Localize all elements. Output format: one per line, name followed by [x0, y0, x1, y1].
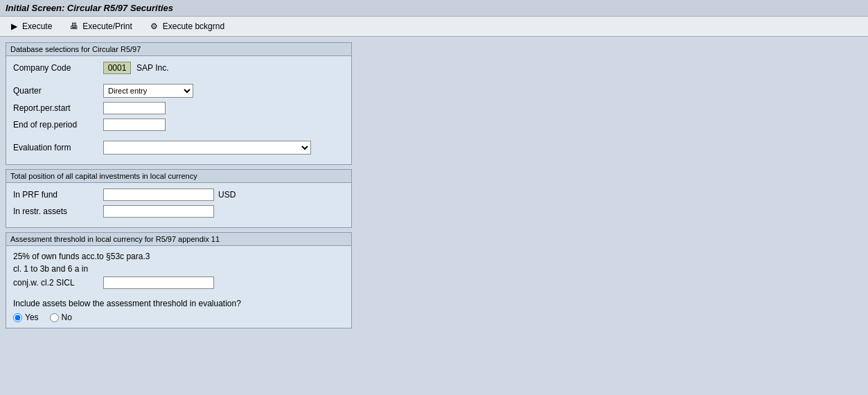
assessment-text1: 25% of own funds acc.to §53c para.3: [13, 252, 344, 261]
total-section-header: Total position of all capital investment…: [6, 170, 351, 183]
prf-fund-input[interactable]: [103, 188, 214, 201]
execute-bckgrnd-label: Execute bckgrnd: [163, 21, 224, 31]
eval-form-label: Evaluation form: [13, 143, 103, 152]
report-start-label: Report.per.start: [13, 103, 103, 113]
company-code-value: 0001: [103, 62, 131, 74]
eval-form-select[interactable]: [103, 141, 311, 155]
main-content: Database selections for Circular R5/97 C…: [0, 37, 868, 338]
prf-currency: USD: [218, 190, 236, 200]
execute-print-label: Execute/Print: [82, 21, 132, 31]
report-start-row: Report.per.start: [13, 102, 344, 114]
conj-label: conj.w. cl.2 SICL: [13, 278, 103, 288]
conj-row: conj.w. cl.2 SICL: [13, 276, 344, 289]
execute-label: Execute: [22, 21, 52, 31]
assessment-text2: cl. 1 to 3b and 6 a in: [13, 264, 344, 274]
execute-icon: ▶: [8, 21, 19, 32]
restr-assets-input[interactable]: [103, 205, 214, 218]
db-section: Database selections for Circular R5/97 C…: [6, 42, 352, 165]
company-name: SAP Inc.: [136, 63, 168, 73]
include-text: Include assets below the assessment thre…: [13, 299, 344, 308]
prf-fund-row: In PRF fund USD: [13, 188, 344, 201]
quarter-row: Quarter Direct entry Q1 Q2 Q3 Q4: [13, 84, 344, 98]
yes-radio-label[interactable]: Yes: [13, 313, 39, 322]
no-radio-label[interactable]: No: [50, 313, 72, 322]
total-section: Total position of all capital investment…: [6, 169, 352, 228]
background-icon: ⚙: [149, 21, 160, 32]
end-rep-input[interactable]: [103, 119, 166, 131]
report-start-input[interactable]: [103, 102, 166, 114]
prf-fund-label: In PRF fund: [13, 190, 103, 200]
restr-assets-row: In restr. assets: [13, 205, 344, 218]
execute-bckgrnd-button[interactable]: ⚙ Execute bckgrnd: [146, 19, 227, 33]
restr-assets-label: In restr. assets: [13, 207, 103, 216]
radio-group: Yes No: [13, 313, 344, 322]
quarter-select[interactable]: Direct entry Q1 Q2 Q3 Q4: [103, 84, 193, 98]
no-radio[interactable]: [50, 313, 59, 322]
yes-radio[interactable]: [13, 313, 22, 322]
conj-input[interactable]: [103, 276, 214, 289]
page-title: Initial Screen: Circular R5/97 Securitie…: [6, 3, 173, 13]
execute-button[interactable]: ▶ Execute: [6, 19, 55, 33]
end-rep-label: End of rep.period: [13, 120, 103, 130]
no-label: No: [62, 313, 72, 322]
company-code-row: Company Code 0001 SAP Inc.: [13, 62, 344, 74]
print-icon: 🖶: [69, 21, 80, 32]
assessment-section: Assessment threshold in local currency f…: [6, 232, 352, 328]
assessment-section-header: Assessment threshold in local currency f…: [6, 233, 351, 246]
yes-label: Yes: [25, 313, 39, 322]
execute-print-button[interactable]: 🖶 Execute/Print: [66, 19, 134, 33]
quarter-label: Quarter: [13, 86, 103, 96]
title-bar: Initial Screen: Circular R5/97 Securitie…: [0, 0, 868, 17]
end-rep-row: End of rep.period: [13, 119, 344, 131]
total-section-body: In PRF fund USD In restr. assets: [6, 183, 351, 227]
db-section-body: Company Code 0001 SAP Inc. Quarter Direc…: [6, 56, 351, 164]
eval-form-row: Evaluation form: [13, 141, 344, 155]
assessment-section-body: 25% of own funds acc.to §53c para.3 cl. …: [6, 246, 351, 328]
toolbar: ▶ Execute 🖶 Execute/Print ⚙ Execute bckg…: [0, 17, 868, 37]
db-section-header: Database selections for Circular R5/97: [6, 43, 351, 56]
company-code-label: Company Code: [13, 63, 103, 73]
